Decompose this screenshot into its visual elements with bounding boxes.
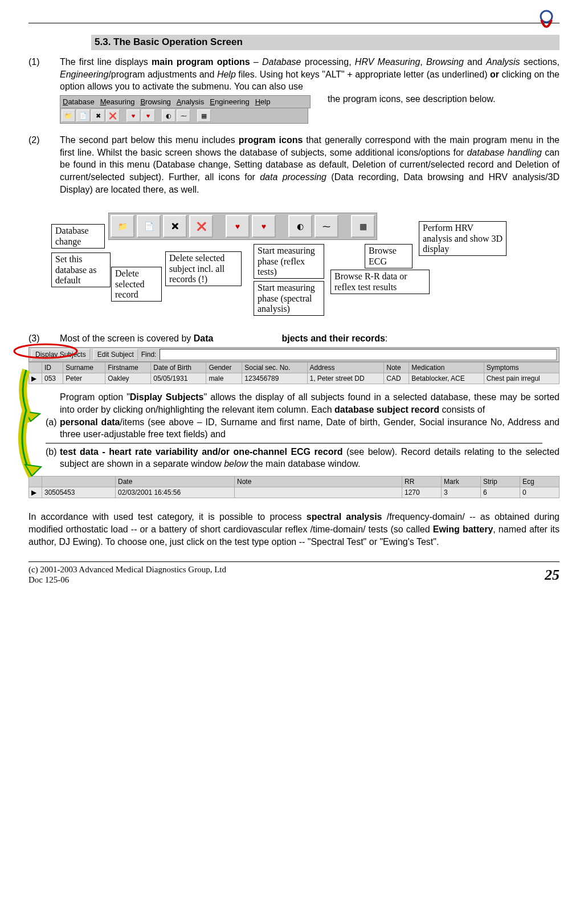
text: Display Subjects <box>130 392 204 402</box>
callout-del-record: Delete selected record <box>111 267 162 302</box>
menu-browsing[interactable]: Browsing <box>140 97 170 107</box>
delete-record-icon[interactable]: 🗙 <box>163 215 187 238</box>
menu-help[interactable]: Help <box>255 97 271 107</box>
col-strip[interactable]: Strip <box>481 476 520 487</box>
callout-hrv-3d: Perform HRV analysis and show 3D display <box>419 221 507 256</box>
db-change-icon[interactable]: 📁 <box>62 109 75 122</box>
col-date[interactable]: Date <box>116 476 235 487</box>
table-row[interactable]: ▶ 053 Peter Oakley 05/05/1931 male 12345… <box>29 373 560 384</box>
cell: CAD <box>384 373 409 384</box>
browse-rr-icon[interactable]: ◐ <box>288 215 312 238</box>
measure-spectral-icon[interactable]: ♥ <box>252 215 276 238</box>
cell: 1270 <box>402 487 442 498</box>
menu-analysis[interactable]: Analysis <box>177 97 204 107</box>
cell: 3 <box>442 487 481 498</box>
footer: (c) 2001-2003 Advanced Medical Diagnosti… <box>28 564 560 585</box>
text: In accordance with used test category, i… <box>28 512 307 522</box>
records-table: Date Note RR Mark Strip Ecg ▶ 30505453 0… <box>28 476 560 498</box>
table-row[interactable]: ▶ 30505453 02/03/2001 16:45:56 1270 3 6 … <box>29 487 560 498</box>
table-header-row: Date Note RR Mark Strip Ecg <box>29 476 560 487</box>
text: /items (see above – ID, Surname and firs… <box>60 417 560 439</box>
text: test data - heart rate variability and/o… <box>60 447 342 457</box>
text: Most of the screen is covered by <box>60 333 194 343</box>
col-firstname[interactable]: Firstname <box>105 363 151 373</box>
cell: Peter <box>63 373 105 384</box>
delete-subject-icon[interactable]: ❌ <box>189 215 213 238</box>
arrow-annotation-bottom <box>15 408 49 493</box>
red-circle-annotation <box>11 343 80 365</box>
col-medication[interactable]: Medication <box>409 363 484 373</box>
delete-subject-icon[interactable]: ❌ <box>106 109 120 122</box>
table-header-row: ID Surname Firstname Date of Birth Gende… <box>29 363 560 373</box>
text: sections, <box>520 57 560 67</box>
col-dob[interactable]: Date of Birth <box>151 363 206 373</box>
measure-reflex-icon[interactable]: ♥ <box>126 109 140 122</box>
big-toolbar: 📁 📄 🗙 ❌ ♥ ♥ ◐ ⁓ ▦ <box>108 213 377 240</box>
text: the program icons, see description below… <box>328 93 560 105</box>
col-mark[interactable]: Mark <box>442 476 481 487</box>
edit-subject-button[interactable]: Edit Subject <box>93 349 138 360</box>
subjects-find-bar: Display Subjects Edit Subject Find: <box>28 347 560 362</box>
text: Data <box>194 333 214 343</box>
browse-rr-icon[interactable]: ◐ <box>162 109 175 122</box>
company-logo <box>533 9 560 38</box>
footer-copyright: (c) 2001-2003 Advanced Medical Diagnosti… <box>28 564 226 575</box>
find-input[interactable] <box>160 349 557 360</box>
callout-browse-rr: Browse R-R data or reflex test results <box>330 270 430 294</box>
paragraph-3: (3) Most of the screen is covered by Dat… <box>28 332 560 345</box>
db-change-icon[interactable]: 📁 <box>111 215 134 238</box>
text: below <box>224 459 248 469</box>
measure-spectral-icon[interactable]: ♥ <box>141 109 155 122</box>
text: database handling <box>467 148 542 157</box>
col-note[interactable]: Note <box>384 363 409 373</box>
text: Browsing <box>426 57 464 67</box>
text: , <box>420 57 426 67</box>
menu-bar: Database Measuring Browsing Analysis Eng… <box>60 95 311 109</box>
cell: 02/03/2001 16:45:56 <box>116 487 235 498</box>
db-default-icon[interactable]: 📄 <box>137 215 161 238</box>
text: Engineering <box>60 70 108 79</box>
text: consists of <box>439 405 485 414</box>
delete-record-icon[interactable]: ✖ <box>91 109 105 122</box>
browse-ecg-icon[interactable]: ⁓ <box>315 215 338 238</box>
browse-ecg-icon[interactable]: ⁓ <box>177 109 190 122</box>
text: and <box>464 57 486 67</box>
para-num: (1) <box>28 56 60 124</box>
measure-reflex-icon[interactable]: ♥ <box>226 215 250 238</box>
menu-engineering[interactable]: Engineering <box>210 97 249 107</box>
small-toolbar: 📁 📄 ✖ ❌ ♥ ♥ ◐ ⁓ ▦ <box>60 108 308 124</box>
callout-browse-ecg: Browse ECG <box>365 244 413 268</box>
text: database subject record <box>334 405 439 414</box>
text: spectral analysis <box>307 512 382 522</box>
menu-measuring[interactable]: Measuring <box>100 97 135 107</box>
col-symptoms[interactable]: Symptoms <box>484 363 559 373</box>
text: files. Using hot keys "ALT" + appropriat… <box>236 70 490 79</box>
col-rr[interactable]: RR <box>402 476 442 487</box>
text: the main database window. <box>248 459 360 469</box>
subjects-table: ID Surname Firstname Date of Birth Gende… <box>28 362 560 384</box>
text: Database <box>262 57 301 67</box>
db-default-icon[interactable]: 📄 <box>76 109 90 122</box>
final-paragraph: In accordance with used test category, i… <box>28 511 560 548</box>
callout-meas-reflex: Start mea­suring phase (reflex tests) <box>254 244 324 279</box>
menubar-screenshot: Database Measuring Browsing Analysis Eng… <box>60 95 311 124</box>
text: Program option " <box>60 392 130 402</box>
col-address[interactable]: Address <box>307 363 384 373</box>
text: : <box>385 333 387 343</box>
col-ecg[interactable]: Ecg <box>520 476 560 487</box>
col-note[interactable]: Note <box>235 476 402 487</box>
cell: 30505453 <box>42 487 116 498</box>
col-gender[interactable]: Gender <box>206 363 242 373</box>
col-ssn[interactable]: Social sec. No. <box>242 363 307 373</box>
paragraph-2: (2) The second part below this menu incl… <box>28 134 560 196</box>
program-option-text: Program option "Display Subjects" allows… <box>60 391 560 416</box>
text: The second part below this menu includes <box>60 135 239 145</box>
toolbar-figure: 📁 📄 🗙 ❌ ♥ ♥ ◐ ⁓ ▦ Database change Set th… <box>28 213 560 327</box>
cell: 05/05/1931 <box>151 373 206 384</box>
menu-database[interactable]: Database <box>63 97 95 107</box>
col-recid[interactable] <box>42 476 116 487</box>
hrv-analysis-icon[interactable]: ▦ <box>351 215 375 238</box>
hrv-analysis-icon[interactable]: ▦ <box>197 109 211 122</box>
callout-meas-spectral: Start mea­suring pha­se (spectral analys… <box>254 281 324 316</box>
text: The first line displays <box>60 57 152 67</box>
